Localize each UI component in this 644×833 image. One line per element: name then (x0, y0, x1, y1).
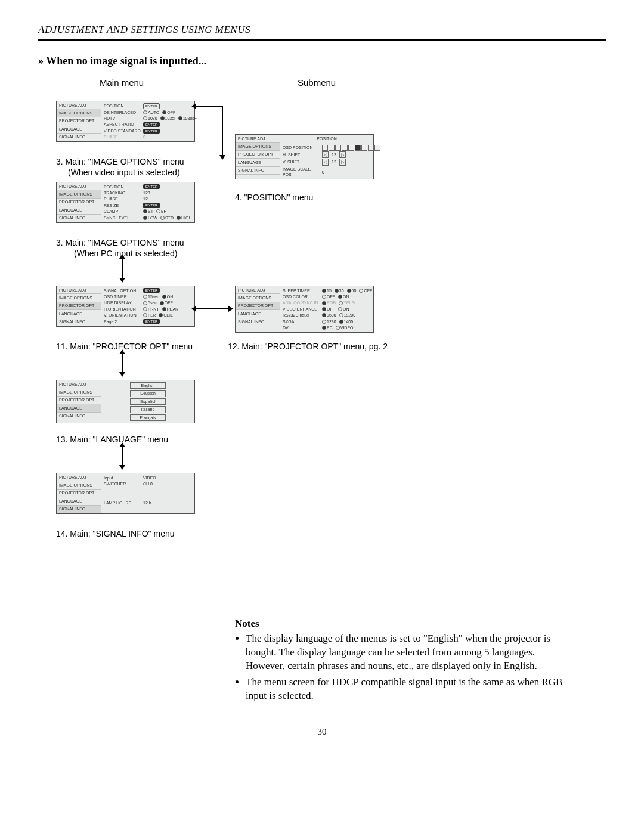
radio-option[interactable]: 15sec (143, 294, 159, 299)
radio-option[interactable]: 1400 (339, 319, 354, 324)
menu-row-value[interactable]: ENTER (143, 184, 192, 189)
menu-side-item[interactable]: LANGUAGE (57, 497, 101, 505)
menu-side-item[interactable]: SIGNAL INFO (57, 134, 101, 141)
enter-chip[interactable]: ENTER (143, 122, 160, 127)
enter-chip[interactable]: ENTER (143, 184, 160, 189)
radio-option[interactable]: OFF (322, 294, 335, 299)
menu-row-value[interactable]: LOWSTDHIGH (143, 215, 192, 221)
menu-side-item[interactable]: IMAGE OPTIONS (57, 294, 101, 302)
menu-side-item[interactable]: PICTURE ADJ (236, 135, 280, 143)
radio-option[interactable]: ON (338, 294, 349, 299)
osd-position-grid[interactable] (322, 145, 380, 151)
language-option[interactable]: Deutsch (130, 390, 166, 397)
menu-side-item[interactable]: LANGUAGE (57, 310, 101, 318)
menu-row-value[interactable]: STBP (143, 209, 192, 214)
menu-row-value[interactable]: ◁12▷ (322, 159, 371, 165)
radio-option[interactable]: HIGH (177, 215, 192, 221)
menu-side-item[interactable]: IMAGE OPTIONS (57, 481, 101, 489)
menu-row-value[interactable]: ENTER (143, 319, 192, 324)
language-option[interactable]: Italiano (130, 406, 166, 413)
radio-option[interactable]: OFF (322, 306, 335, 312)
radio-option[interactable]: 60 (347, 288, 357, 293)
menu-row-value[interactable]: ENTER (143, 122, 192, 127)
menu-side-item[interactable]: PICTURE ADJ (57, 380, 101, 388)
menu-side-item[interactable]: LANGUAGE (57, 206, 101, 214)
menu-side-item[interactable]: LANGUAGE (236, 310, 280, 318)
menu-row-value[interactable] (322, 145, 380, 151)
menu-side-item[interactable]: IMAGE OPTIONS (57, 109, 101, 117)
menu-side-item[interactable]: IMAGE OPTIONS (57, 388, 101, 396)
menu-row-value[interactable]: OFFON (322, 306, 371, 312)
menu-side-item[interactable]: IMAGE OPTIONS (236, 143, 280, 150)
menu-row-value[interactable]: ENTER (143, 288, 192, 293)
language-option[interactable]: Français (130, 414, 166, 421)
menu-row-value[interactable]: FLRCEIL (143, 312, 192, 318)
radio-option[interactable]: LOW (143, 215, 157, 221)
menu-side-item[interactable]: SIGNAL INFO (57, 413, 101, 420)
radio-option[interactable]: 1035i (160, 116, 175, 121)
radio-option[interactable]: REAR (162, 306, 178, 312)
menu-row-value[interactable]: 12801400 (322, 319, 371, 324)
menu-side-item[interactable]: PICTURE ADJ (57, 182, 101, 190)
radio-option[interactable]: ON (338, 306, 349, 312)
radio-option[interactable]: STD (160, 215, 174, 221)
radio-option[interactable]: FLR (143, 312, 156, 318)
menu-side-item[interactable]: SIGNAL INFO (236, 318, 280, 326)
menu-side-item[interactable]: PICTURE ADJ (236, 286, 280, 294)
radio-option[interactable]: ON (162, 294, 174, 299)
menu-row-value[interactable]: 153060OFF (322, 288, 372, 293)
menu-side-item[interactable]: PROJECTOR OPT (57, 490, 101, 497)
radio-option[interactable]: 30 (335, 288, 344, 293)
menu-row-value[interactable]: OFFON (322, 294, 371, 299)
menu-side-item[interactable]: LANGUAGE (57, 125, 101, 133)
menu-side-item[interactable]: SIGNAL INFO (57, 506, 101, 513)
menu-side-item[interactable]: PICTURE ADJ (57, 286, 101, 294)
menu-row-value[interactable]: 15secON (143, 294, 192, 299)
language-option[interactable]: Español (130, 398, 166, 405)
menu-side-item[interactable]: PICTURE ADJ (57, 473, 101, 481)
menu-side-item[interactable]: SIGNAL INFO (57, 318, 101, 326)
radio-option[interactable]: FRNT (143, 306, 159, 312)
radio-option[interactable]: RGB (322, 300, 336, 305)
menu-row-value[interactable]: ENTER (143, 129, 192, 134)
radio-option[interactable]: 1080 (143, 116, 157, 121)
menu-side-item[interactable]: SIGNAL INFO (57, 215, 101, 222)
menu-row-value[interactable]: PCVIDEO (322, 325, 371, 330)
menu-row-value[interactable]: ENTER (143, 103, 192, 109)
enter-chip[interactable]: ENTER (143, 129, 160, 134)
radio-option[interactable]: PC (322, 325, 333, 330)
menu-row-value[interactable]: RGBYPbPr (322, 300, 371, 305)
menu-side-item[interactable]: PROJECTOR OPT (236, 302, 280, 310)
radio-option[interactable]: AUTO (143, 110, 159, 115)
enter-chip-outline[interactable]: ENTER (143, 103, 160, 109)
menu-side-item[interactable]: PROJECTOR OPT (236, 151, 280, 159)
enter-chip[interactable]: ENTER (143, 288, 160, 293)
radio-option[interactable]: 1080sF (178, 116, 197, 121)
menu-row-value[interactable]: FRNTREAR (143, 306, 192, 312)
radio-option[interactable]: 19200 (339, 312, 355, 318)
menu-row-value[interactable]: 960019200 (322, 312, 371, 318)
radio-option[interactable]: 1280 (322, 319, 336, 324)
menu-side-item[interactable]: LANGUAGE (236, 159, 280, 166)
radio-option[interactable]: YPbPr (339, 300, 355, 305)
radio-option[interactable]: CEIL (159, 312, 173, 318)
radio-option[interactable]: OFF (160, 300, 173, 305)
menu-side-item[interactable]: PROJECTOR OPT (57, 199, 101, 206)
menu-row-value[interactable]: ◁12▷ (322, 151, 371, 158)
menu-side-item[interactable]: IMAGE OPTIONS (57, 190, 101, 198)
menu-side-item[interactable]: LANGUAGE (57, 404, 101, 412)
menu-row-value[interactable]: 5secOFF (143, 300, 192, 305)
radio-option[interactable]: OFF (359, 288, 372, 293)
radio-option[interactable]: VIDEO (336, 325, 354, 330)
enter-chip[interactable]: ENTER (143, 203, 160, 208)
radio-option[interactable]: 9600 (322, 312, 336, 318)
radio-option[interactable]: 5sec (143, 300, 157, 305)
radio-option[interactable]: OFF (162, 110, 175, 115)
menu-side-item[interactable]: IMAGE OPTIONS (236, 294, 280, 302)
radio-option[interactable]: 15 (322, 288, 332, 293)
menu-side-item[interactable]: SIGNAL INFO (236, 167, 280, 175)
menu-row-value[interactable]: 10801035i1080sF (143, 116, 197, 121)
menu-side-item[interactable]: PICTURE ADJ (57, 101, 101, 109)
menu-row-value[interactable]: AUTOOFF (143, 110, 192, 115)
menu-row-value[interactable]: ENTER (143, 203, 192, 208)
